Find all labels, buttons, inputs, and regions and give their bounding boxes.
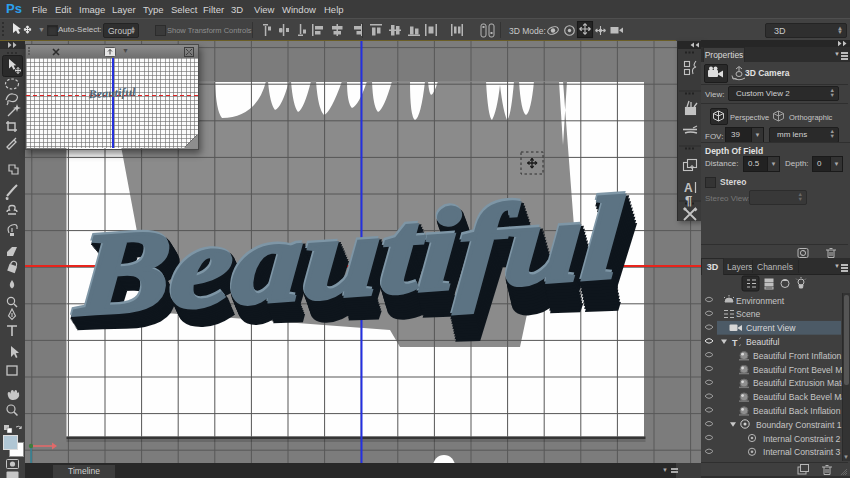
svg-text:Beautiful Front Bevel Mat...: Beautiful Front Bevel Mat... [753,365,850,375]
svg-text:Beautiful Front Inflation ...: Beautiful Front Inflation ... [753,351,850,361]
svg-text:T: T [732,338,738,348]
svg-text:Internal Constraint 3: Internal Constraint 3 [763,447,841,457]
svg-text:Beautiful Back Inflation M...: Beautiful Back Inflation M... [753,406,850,416]
svg-text:Environment: Environment [736,296,785,306]
svg-text:¶: ¶ [685,193,692,208]
svg-text:Current View: Current View [746,323,796,333]
svg-text:Boundary Constraint 1: Boundary Constraint 1 [756,420,842,430]
svg-text:Beautiful Back Bevel Mate...: Beautiful Back Bevel Mate... [753,392,850,402]
svg-text:Beautiful Extrusion Material: Beautiful Extrusion Material [753,378,850,388]
svg-text:Scene: Scene [736,309,761,319]
svg-text:Internal Constraint 2: Internal Constraint 2 [763,434,841,444]
svg-text:Beautiful: Beautiful [746,337,780,347]
